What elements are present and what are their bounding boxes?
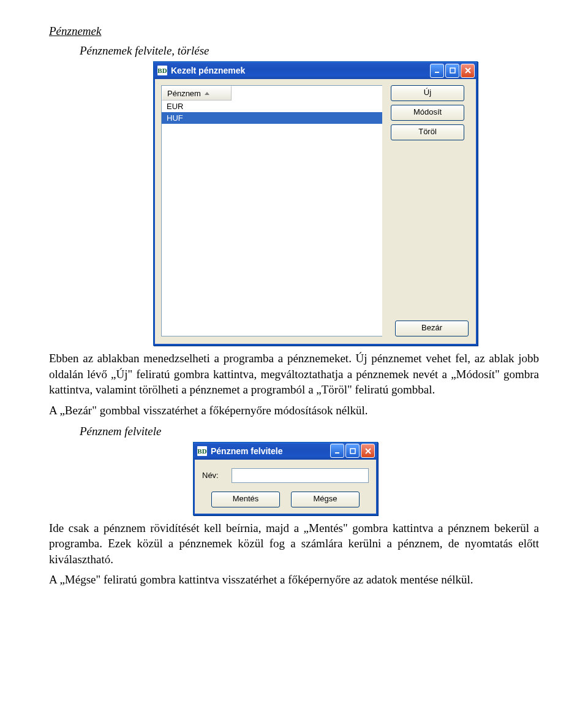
delete-button[interactable]: Töröl — [391, 124, 464, 140]
sort-asc-icon — [205, 92, 209, 95]
subsection-heading: Pénznemek felvitele, törlése — [80, 44, 539, 58]
maximize-button[interactable] — [345, 444, 360, 458]
name-label: Név: — [202, 471, 227, 480]
paragraph: A „Mégse" feliratú gombra kattintva viss… — [49, 572, 539, 588]
column-header-label: Pénznem — [167, 89, 201, 98]
close-button[interactable]: Bezár — [395, 321, 469, 336]
modify-button[interactable]: Módosít — [391, 105, 464, 121]
svg-rect-1 — [450, 68, 455, 73]
svg-line-3 — [466, 68, 470, 73]
svg-line-6 — [366, 449, 371, 454]
paragraph: Ebben az ablakban menedzselheti a progra… — [49, 351, 539, 398]
list-item[interactable]: HUF — [162, 112, 382, 124]
save-button[interactable]: Mentés — [211, 492, 280, 507]
name-input[interactable] — [232, 468, 369, 483]
close-icon[interactable] — [461, 64, 475, 78]
currency-add-window: BD Pénznem felvitele Név: Mentés Mégse — [193, 442, 378, 515]
cancel-button[interactable]: Mégse — [291, 492, 360, 507]
window-title: Kezelt pénznemek — [171, 66, 430, 75]
currencies-window: BD Kezelt pénznemek Pénznem EUR HUF Új M… — [153, 61, 478, 346]
svg-rect-5 — [350, 449, 355, 454]
currency-list[interactable]: Pénznem EUR HUF — [161, 85, 382, 336]
svg-line-2 — [466, 68, 470, 73]
maximize-button[interactable] — [445, 64, 459, 78]
titlebar[interactable]: BD Pénznem felvitele — [194, 442, 377, 460]
close-icon[interactable] — [361, 444, 375, 458]
minimize-button[interactable] — [430, 64, 444, 78]
svg-rect-4 — [335, 452, 339, 454]
app-icon: BD — [197, 446, 207, 456]
column-header[interactable]: Pénznem — [162, 86, 232, 101]
app-icon: BD — [157, 66, 167, 75]
svg-line-7 — [366, 449, 371, 454]
window-title: Pénznem felvitele — [211, 446, 330, 456]
paragraph: Ide csak a pénznem rövidítését kell beír… — [49, 520, 539, 568]
subsection-heading: Pénznem felvitele — [80, 425, 539, 438]
paragraph: A „Bezár" gombbal visszatérhet a főképer… — [49, 403, 539, 419]
list-item[interactable]: EUR — [162, 101, 382, 112]
section-heading: Pénznemek — [49, 25, 539, 38]
minimize-button[interactable] — [330, 444, 344, 458]
new-button[interactable]: Új — [391, 85, 464, 101]
titlebar[interactable]: BD Kezelt pénznemek — [154, 62, 477, 79]
svg-rect-0 — [435, 72, 439, 73]
